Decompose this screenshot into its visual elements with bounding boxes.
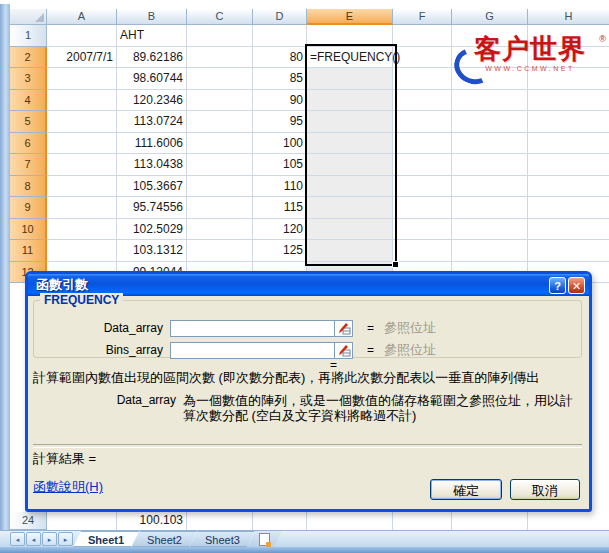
cell-A2[interactable]: 2007/7/1 bbox=[47, 47, 117, 69]
last-sheet-button[interactable]: ▸ bbox=[58, 532, 73, 546]
cell-H10[interactable] bbox=[528, 219, 609, 241]
cell-A4[interactable] bbox=[47, 90, 117, 112]
cell-G7[interactable] bbox=[452, 154, 528, 176]
data-array-input[interactable] bbox=[170, 320, 335, 337]
dialog-help-button[interactable]: ? bbox=[549, 277, 566, 294]
cell[interactable] bbox=[307, 512, 393, 530]
cell-A3[interactable] bbox=[47, 68, 117, 90]
selection-range-e2-e11[interactable] bbox=[305, 44, 397, 266]
cell-A9[interactable] bbox=[47, 197, 117, 219]
cell-A10[interactable] bbox=[47, 219, 117, 241]
cell-B4[interactable]: 120.2346 bbox=[117, 90, 187, 112]
cell-C8[interactable] bbox=[187, 176, 253, 198]
cell-G4[interactable] bbox=[452, 90, 528, 112]
cell-F9[interactable] bbox=[393, 197, 452, 219]
first-sheet-button[interactable]: ◂ bbox=[10, 532, 25, 546]
cell-A6[interactable] bbox=[47, 133, 117, 155]
fill-handle[interactable] bbox=[392, 261, 399, 268]
cell-D7[interactable]: 105 bbox=[253, 154, 307, 176]
data-array-range-selector-button[interactable] bbox=[335, 320, 353, 337]
cell-F6[interactable] bbox=[393, 133, 452, 155]
cell-H7[interactable] bbox=[528, 154, 609, 176]
cell-G6[interactable] bbox=[452, 133, 528, 155]
row-header-1[interactable]: 1 bbox=[10, 25, 47, 47]
cell-A5[interactable] bbox=[47, 111, 117, 133]
cell-G5[interactable] bbox=[452, 111, 528, 133]
column-header-F[interactable]: F bbox=[393, 9, 452, 25]
cell-D4[interactable]: 90 bbox=[253, 90, 307, 112]
cell-G11[interactable] bbox=[452, 240, 528, 262]
cell-B7[interactable]: 113.0438 bbox=[117, 154, 187, 176]
cell-F4[interactable] bbox=[393, 90, 452, 112]
sheet-tab-sheet1[interactable]: Sheet1 bbox=[73, 531, 139, 547]
cell-G10[interactable] bbox=[452, 219, 528, 241]
row-header-24[interactable]: 24 bbox=[10, 512, 47, 530]
cell[interactable] bbox=[47, 512, 117, 530]
cell[interactable] bbox=[187, 512, 253, 530]
cell[interactable] bbox=[528, 512, 609, 530]
cell-B6[interactable]: 111.6006 bbox=[117, 133, 187, 155]
cell-C4[interactable] bbox=[187, 90, 253, 112]
row-header-11[interactable]: 11 bbox=[10, 240, 47, 262]
sheet-tab-sheet3[interactable]: Sheet3 bbox=[190, 531, 255, 547]
cell-D1[interactable] bbox=[253, 25, 307, 47]
column-header-A[interactable]: A bbox=[47, 9, 117, 25]
cell-F5[interactable] bbox=[393, 111, 452, 133]
function-help-link[interactable]: 函數說明(H) bbox=[33, 478, 103, 496]
cell[interactable] bbox=[253, 512, 307, 530]
cell-B8[interactable]: 105.3667 bbox=[117, 176, 187, 198]
row-header-8[interactable]: 8 bbox=[10, 176, 47, 198]
cell-C1[interactable] bbox=[187, 25, 253, 47]
cell-A1[interactable] bbox=[47, 25, 117, 47]
cell-F2[interactable] bbox=[393, 47, 452, 69]
cell-B2[interactable]: 89.62186 bbox=[117, 47, 187, 69]
cell-C9[interactable] bbox=[187, 197, 253, 219]
row-header-6[interactable]: 6 bbox=[10, 133, 47, 155]
cell[interactable] bbox=[452, 512, 528, 530]
row-header-4[interactable]: 4 bbox=[10, 90, 47, 112]
cell-A8[interactable] bbox=[47, 176, 117, 198]
cell-F8[interactable] bbox=[393, 176, 452, 198]
cell[interactable] bbox=[393, 512, 452, 530]
bins-array-range-selector-button[interactable] bbox=[335, 342, 353, 359]
bins-array-input[interactable] bbox=[170, 342, 335, 359]
cell-D5[interactable]: 95 bbox=[253, 111, 307, 133]
column-header-E[interactable]: E bbox=[307, 9, 393, 25]
cell-H5[interactable] bbox=[528, 111, 609, 133]
row-header-5[interactable]: 5 bbox=[10, 111, 47, 133]
cell-D6[interactable]: 100 bbox=[253, 133, 307, 155]
next-sheet-button[interactable]: ▸ bbox=[42, 532, 57, 546]
cell-G9[interactable] bbox=[452, 197, 528, 219]
row-header-7[interactable]: 7 bbox=[10, 154, 47, 176]
column-header-C[interactable]: C bbox=[187, 9, 253, 25]
cell-C2[interactable] bbox=[187, 47, 253, 69]
column-header-D[interactable]: D bbox=[253, 9, 307, 25]
cell-A11[interactable] bbox=[47, 240, 117, 262]
row-header-9[interactable]: 9 bbox=[10, 197, 47, 219]
cell-F10[interactable] bbox=[393, 219, 452, 241]
cell-B1[interactable]: AHT bbox=[117, 25, 187, 47]
cell-H6[interactable] bbox=[528, 133, 609, 155]
cell-D10[interactable]: 120 bbox=[253, 219, 307, 241]
cell-H9[interactable] bbox=[528, 197, 609, 219]
cell-C5[interactable] bbox=[187, 111, 253, 133]
cell-C3[interactable] bbox=[187, 68, 253, 90]
row-header-3[interactable]: 3 bbox=[10, 68, 47, 90]
cell-H4[interactable] bbox=[528, 90, 609, 112]
sheet-tab-sheet2[interactable]: Sheet2 bbox=[132, 531, 197, 547]
select-all-corner[interactable] bbox=[10, 9, 47, 25]
cell-D2[interactable]: 80 bbox=[253, 47, 307, 69]
cell-C10[interactable] bbox=[187, 219, 253, 241]
cell-H11[interactable] bbox=[528, 240, 609, 262]
cell-G8[interactable] bbox=[452, 176, 528, 198]
cancel-button[interactable]: 取消 bbox=[510, 479, 580, 500]
cell-F11[interactable] bbox=[393, 240, 452, 262]
cell-D9[interactable]: 115 bbox=[253, 197, 307, 219]
row-header-10[interactable]: 10 bbox=[10, 219, 47, 241]
cell-D11[interactable]: 125 bbox=[253, 240, 307, 262]
ok-button[interactable]: 確定 bbox=[430, 479, 502, 500]
cell-D8[interactable]: 110 bbox=[253, 176, 307, 198]
row-header-2[interactable]: 2 bbox=[10, 47, 47, 69]
cell-b24[interactable]: 100.103 bbox=[117, 512, 187, 530]
column-header-B[interactable]: B bbox=[117, 9, 187, 25]
